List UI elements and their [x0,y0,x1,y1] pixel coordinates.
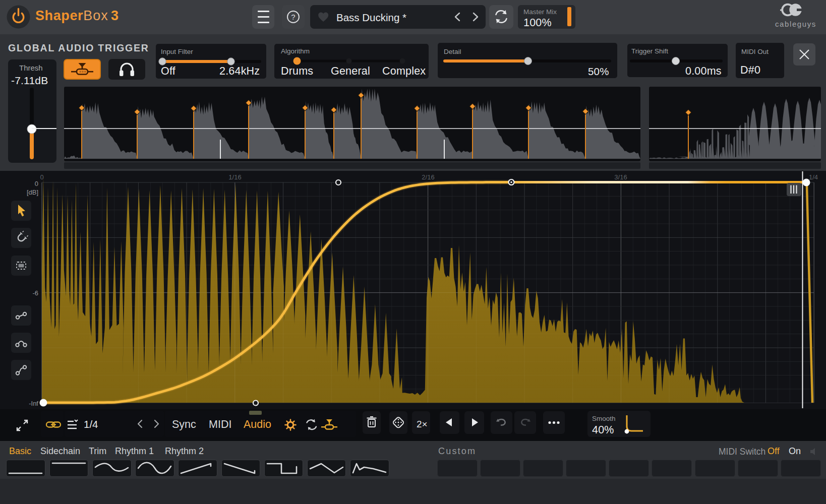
svg-text:[dB]: [dB] [27,188,38,196]
svg-text:0: 0 [40,173,43,181]
svg-text:2/16: 2/16 [422,173,434,181]
svg-text:-Inf: -Inf [29,400,38,407]
svg-text:0: 0 [35,180,38,187]
svg-text:?: ? [291,13,295,21]
svg-text:1/16: 1/16 [228,173,241,181]
svg-text:1/4: 1/4 [809,173,818,181]
svg-text:-6: -6 [32,289,38,297]
svg-text:3/16: 3/16 [614,173,627,181]
